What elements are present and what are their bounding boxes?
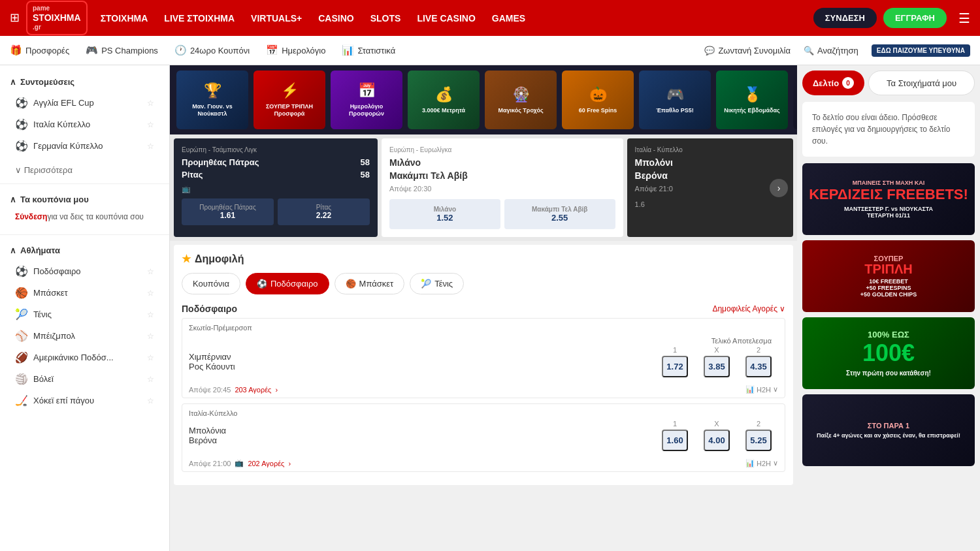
favorite-star-icon[interactable]: ☆: [147, 353, 154, 362]
stats-icon: 📊: [342, 44, 354, 56]
tab-basketball[interactable]: 🏀 Μπάσκετ: [335, 273, 405, 294]
nav-link-στοιχημα[interactable]: ΣΤΟΙΧΗΜΑ: [101, 13, 148, 24]
favorite-star-icon[interactable]: ☆: [147, 99, 154, 108]
right-time: Απόψε 21:0: [635, 185, 785, 193]
banner-4-text: ΣΤΟ ΠΑΡΑ 1 Παίξε 4+ αγώνες και αν χάσεις…: [817, 422, 960, 439]
register-button[interactable]: ΕΓΓΡΑΦΗ: [883, 8, 947, 28]
promo-card-2[interactable]: 📅 Ημερολόγιο Προσφορών: [331, 71, 402, 129]
promo-card-0[interactable]: 🏆 Μαν. Γιουν. vs Νιούκαστλ: [176, 71, 248, 129]
nav-right: ΣΥΝΔΕΣΗ ΕΓΓΡΑΦΗ ☰: [813, 8, 970, 28]
betslip-button[interactable]: Δελτίο 0: [802, 71, 864, 95]
signin-link[interactable]: Σύνδεση: [15, 212, 47, 221]
chat-icon: 💬: [704, 46, 715, 55]
promo-icon-3: 💰: [435, 86, 453, 103]
signin-button[interactable]: ΣΥΝΔΕΣΗ: [813, 8, 877, 28]
odd-1-match2[interactable]: 1.60: [662, 430, 687, 451]
logo[interactable]: pame STOIXHMA .gr: [26, 1, 88, 35]
super-triple-text: ΤΡΙΠΛΗ: [860, 262, 917, 276]
nav-link-live-casino[interactable]: LIVE CASINO: [417, 13, 475, 24]
favorite-star-icon[interactable]: ☆: [147, 142, 154, 151]
favorite-star-icon[interactable]: ☆: [147, 332, 154, 341]
league-label-mid: Ευρώπη - Ευρωλίγκα: [389, 146, 615, 153]
promo-label-3: 3.000€ Μετρητά: [422, 107, 465, 114]
col1-header-m2: 1 1.60: [655, 420, 694, 451]
my-bets-button[interactable]: Τα Στοιχήματά μου: [868, 71, 975, 95]
favorite-star-icon[interactable]: ☆: [147, 267, 154, 276]
promo-card-8[interactable]: 🎯 Pragmatic Buy Bonus: [793, 71, 797, 129]
betslip-bar: Δελτίο 0 Τα Στοιχήματά μου: [802, 71, 975, 95]
sidebar-item-germany-cup[interactable]: ⚽ Γερμανία Κύπελλο ☆: [10, 135, 159, 157]
tab-tennis[interactable]: 🎾 Τένις: [410, 273, 464, 294]
hamburger-icon[interactable]: ☰: [958, 10, 970, 26]
coupon24-link[interactable]: 🕐 24ωρο Κουπόνι: [174, 44, 250, 56]
search-icon: 🔍: [804, 46, 814, 55]
offers-link[interactable]: 🎁 Προσφορές: [10, 44, 69, 56]
markets-arrow-icon-2[interactable]: ›: [288, 460, 291, 467]
promo-card-6[interactable]: 🎮 Έπαθλο PS5!: [639, 71, 711, 129]
promo-card-4[interactable]: 🎡 Μαγικός Τροχός: [485, 71, 557, 129]
nav-link-slots[interactable]: SLOTS: [370, 13, 401, 24]
favorite-star-icon[interactable]: ☆: [147, 375, 154, 384]
hockey-icon: 🏒: [15, 394, 28, 407]
favorite-star-icon[interactable]: ☆: [147, 120, 154, 129]
favorite-star-icon[interactable]: ☆: [147, 396, 154, 405]
sidebar-item-tennis[interactable]: 🎾 Τένις ☆: [10, 304, 159, 325]
tab-coupons[interactable]: Κουπόνια: [182, 273, 240, 294]
sports-header[interactable]: ∧ Αθλήματα: [10, 245, 159, 255]
promo-card-3[interactable]: 💰 3.000€ Μετρητά: [408, 71, 480, 129]
promo-label-1: ΣΟΥΠΕΡ ΤΡΙΠΛΗ Προσφορά: [257, 103, 322, 118]
markets-arrow-icon[interactable]: ›: [275, 386, 278, 394]
markets-link-1[interactable]: 203 Αγορές: [235, 386, 271, 394]
favorite-star-icon[interactable]: ☆: [147, 310, 154, 319]
main-layout: ∧ Συντομεύσεις ⚽ Αγγλία EFL Cup ☆ ⚽ Ιταλ…: [0, 65, 980, 551]
tab-football[interactable]: ⚽ Ποδόσφαιρο: [246, 273, 329, 294]
more-link[interactable]: ∨ Περισσότερα: [0, 162, 169, 178]
search-button[interactable]: 🔍 Αναζήτηση: [804, 46, 858, 55]
promo-card-7[interactable]: 🏅 Νικητής Εβδομάδας: [716, 71, 788, 129]
shortcuts-header[interactable]: ∧ Συντομεύσεις: [10, 77, 159, 87]
odd-1-match1[interactable]: 1.72: [662, 356, 687, 377]
sidebar-item-baseball[interactable]: ⚾ Μπέιζμπολ ☆: [10, 325, 159, 347]
mid-odd1[interactable]: Μιλάνο 1.52: [389, 199, 500, 229]
sidebar-item-hockey[interactable]: 🏒 Χόκεϊ επί πάγου ☆: [10, 390, 159, 411]
promo-banner-3[interactable]: 100% ΕΩΣ 100€ Στην πρώτη σου κατάθεση!: [802, 317, 975, 389]
live-chat-button[interactable]: 💬 Ζωντανή Συνομιλία: [704, 46, 791, 55]
promo-banner-1[interactable]: ΜΠΑΙΝΕΙΣ ΣΤΗ ΜΑΧΗ ΚΑΙ ΚΕΡΔΙΖΕΙΣ FREEBETS…: [802, 163, 975, 235]
right-team2: Βερόνα: [635, 170, 785, 181]
nav-link-casino[interactable]: CASINO: [318, 13, 353, 24]
odd-btn-team1[interactable]: Προμηθέας Πάτρας 1.61: [182, 198, 274, 225]
sidebar-item-football[interactable]: ⚽ Ποδόσφαιρο ☆: [10, 260, 159, 282]
mid-odd2[interactable]: Μακάμπι Τελ Αβίβ 2.55: [504, 199, 615, 229]
stats-link[interactable]: 📊 Στατιστικά: [342, 44, 395, 56]
sidebar-item-american-football[interactable]: 🏈 Αμερικάνικο Ποδόσ... ☆: [10, 347, 159, 368]
my-coupons-header[interactable]: ∧ Τα κουπόνια μου: [10, 195, 159, 204]
favorite-star-icon[interactable]: ☆: [147, 289, 154, 298]
calendar-link[interactable]: 📅 Ημερολόγιο: [266, 44, 325, 56]
popular-markets-btn[interactable]: Δημοφιλείς Αγορές ∨: [712, 304, 785, 313]
promo-card-5[interactable]: 🎃 60 Free Spins: [562, 71, 634, 129]
promo-icon-1: ⚡: [281, 82, 299, 99]
promo-banner-2[interactable]: ΣΟΥΠΕΡ ΤΡΙΠΛΗ 10€ FREEBET +50 FREESPINS …: [802, 240, 975, 312]
team1-row: Προμηθέας Πάτρας 58: [182, 157, 370, 167]
sidebar-item-volleyball[interactable]: 🏐 Βόλεϊ ☆: [10, 368, 159, 390]
nav-link-live-στοιχημα[interactable]: LIVE ΣΤΟΙΧΗΜΑ: [164, 13, 235, 24]
sidebar-item-italy-cup[interactable]: ⚽ Ιταλία Κύπελλο ☆: [10, 114, 159, 135]
odd-X-match1[interactable]: 3.85: [704, 356, 729, 377]
sidebar-item-basketball[interactable]: 🏀 Μπάσκετ ☆: [10, 282, 159, 304]
live-match-right: Ιταλία - Κύπελλο Μπολόνι Βερόνα Απόψε 21…: [627, 138, 793, 237]
grid-icon[interactable]: ⊞: [10, 10, 20, 25]
sidebar-item-efl-cup[interactable]: ⚽ Αγγλία EFL Cup ☆: [10, 92, 159, 114]
ps-champions-link[interactable]: 🎮 PS Champions: [86, 44, 158, 56]
promo-banner-4[interactable]: ΣΤΟ ΠΑΡΑ 1 Παίξε 4+ αγώνες και αν χάσεις…: [802, 394, 975, 466]
nav-link-virtuals+[interactable]: VIRTUALS+: [251, 13, 302, 24]
odd-X-match2[interactable]: 4.00: [704, 430, 729, 451]
odd-2-match1[interactable]: 4.35: [745, 356, 771, 377]
markets-link-2[interactable]: 202 Αγορές: [248, 460, 284, 467]
odd-2-match2[interactable]: 5.25: [745, 430, 771, 451]
promo-card-1[interactable]: ⚡ ΣΟΥΠΕΡ ΤΡΙΠΛΗ Προσφορά: [253, 71, 325, 129]
next-match-button[interactable]: ›: [770, 179, 788, 197]
odds-header-1: Τελικό Αποτελεσμα: [189, 334, 778, 346]
odd-btn-team2[interactable]: Ρίτας 2.22: [278, 198, 370, 225]
nav-link-games[interactable]: GAMES: [492, 13, 525, 24]
deposit-text: Στην πρώτη σου κατάθεση!: [846, 370, 931, 377]
